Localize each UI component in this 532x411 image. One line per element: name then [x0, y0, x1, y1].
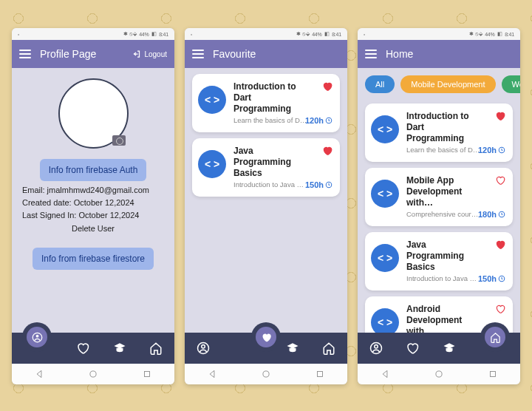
info-auth-button[interactable]: Info from firebase Auth [40, 159, 147, 181]
app-bar: Profile Page Logout [12, 40, 174, 68]
favourite-button[interactable] [495, 175, 505, 188]
code-icon: < > [371, 244, 399, 272]
hours-label: 120h [478, 146, 505, 154]
back-button[interactable] [380, 369, 390, 379]
home-button[interactable] [434, 369, 444, 379]
course-card[interactable]: < > Introduction to Dart Programming Lea… [192, 74, 340, 132]
email-label: Email: jmalmhmwd240@gmail.com [22, 186, 164, 194]
hours-label: 120h [305, 116, 332, 125]
bottom-nav [12, 333, 174, 364]
course-card[interactable]: < > Mobile App Development with… Compreh… [365, 168, 513, 226]
bottom-nav [185, 333, 347, 364]
clock-icon [325, 117, 332, 124]
page-title: Profile Page [40, 48, 123, 60]
heart-icon [261, 332, 272, 343]
camera-icon[interactable] [112, 135, 126, 146]
code-icon: < > [371, 180, 399, 208]
nav-profile-button[interactable] [369, 342, 383, 355]
system-nav [185, 364, 347, 384]
clock-icon [498, 211, 505, 218]
clock-icon [498, 146, 505, 154]
nav-fav-button[interactable] [256, 327, 276, 347]
nav-courses-button[interactable] [443, 342, 456, 355]
nav-fav-button[interactable] [406, 342, 419, 355]
nav-profile-button[interactable] [197, 342, 210, 355]
chip-web-dev[interactable]: Web Dev [502, 75, 520, 93]
code-icon: < > [371, 115, 399, 143]
user-circle-icon [32, 332, 43, 343]
svg-rect-9 [318, 372, 323, 377]
nav-courses-button[interactable] [286, 342, 299, 355]
heart-icon [495, 304, 505, 314]
home-button[interactable] [88, 369, 98, 379]
card-desc: Learn the basics of Dart programming lan… [406, 146, 480, 154]
heart-icon [406, 342, 419, 355]
status-bar: ▫ ✱ ⦸ ⬙ 44% ▮▯ 8:41 [185, 28, 347, 40]
created-date-label: Created date: October 12,2024 [22, 198, 164, 207]
home-icon [149, 342, 163, 355]
logout-button[interactable]: Logout [132, 50, 167, 58]
status-bar: ▫ ✱ ⦸ ⬙ 44% ▮▯ 8:41 [12, 28, 174, 40]
graduation-cap-icon [443, 342, 456, 355]
menu-icon[interactable] [19, 50, 31, 58]
heart-icon [322, 81, 332, 92]
phone-profile: ▫ ✱ ⦸ ⬙ 44% ▮▯ 8:41 Profile Page Logout … [12, 28, 174, 384]
home-button[interactable] [261, 369, 271, 379]
course-card[interactable]: < > Java Programming Basics Introduction… [365, 232, 513, 291]
logout-icon [132, 50, 141, 58]
user-circle-icon [369, 342, 383, 355]
system-nav [358, 364, 520, 384]
favourite-button[interactable] [495, 304, 505, 317]
favourite-list: < > Introduction to Dart Programming Lea… [185, 68, 347, 333]
nav-profile-button[interactable] [27, 327, 47, 347]
svg-point-2 [90, 371, 96, 377]
phone-home: ▫ ✱ ⦸ ⬙ 44% ▮▯ 8:41 Home All Mobile Deve… [358, 28, 520, 384]
menu-icon[interactable] [365, 50, 377, 58]
info-firestore-button[interactable]: Info from firebase firestore [33, 248, 154, 270]
svg-point-7 [202, 345, 205, 349]
card-title: Java Programming Basics [233, 146, 307, 179]
hours-label: 150h [305, 180, 332, 189]
heart-icon [76, 342, 89, 355]
svg-rect-16 [491, 372, 496, 377]
avatar[interactable] [12, 68, 174, 154]
chip-all[interactable]: All [365, 75, 395, 93]
favourite-button[interactable] [495, 240, 505, 253]
heart-icon [495, 111, 505, 121]
svg-point-1 [35, 334, 38, 337]
clock-icon [498, 275, 505, 282]
code-icon: < > [371, 308, 399, 333]
back-button[interactable] [207, 369, 217, 379]
nav-home-button[interactable] [322, 342, 335, 355]
hours-label: 180h [478, 210, 505, 219]
code-icon: < > [198, 86, 226, 114]
nav-courses-button[interactable] [113, 342, 126, 355]
signed-in-label: Last Signed In: October 12,2024 [22, 211, 164, 220]
card-title: Introduction to Dart Programming [233, 81, 307, 115]
recents-button[interactable] [488, 369, 498, 379]
code-icon: < > [198, 150, 226, 178]
home-icon [322, 342, 335, 355]
course-card[interactable]: < > Introduction to Dart Programming Lea… [365, 103, 513, 162]
nav-fav-button[interactable] [76, 342, 89, 355]
home-icon [490, 332, 501, 343]
recents-button[interactable] [142, 369, 152, 379]
course-card[interactable]: < > Java Programming Basics Introduction… [192, 138, 340, 197]
course-list: < > Introduction to Dart Programming Lea… [358, 98, 520, 333]
delete-user-button[interactable]: Delete User [12, 224, 174, 233]
nav-home-button[interactable] [149, 342, 163, 355]
recents-button[interactable] [315, 369, 325, 379]
favourite-button[interactable] [322, 81, 332, 95]
menu-icon[interactable] [192, 50, 204, 58]
back-button[interactable] [34, 369, 44, 379]
page-title: Favourite [213, 48, 340, 60]
favourite-button[interactable] [322, 146, 332, 159]
nav-bump [22, 322, 52, 352]
nav-home-button[interactable] [485, 327, 505, 347]
logout-label: Logout [144, 50, 167, 58]
favourite-button[interactable] [495, 111, 505, 124]
chip-mobile-development[interactable]: Mobile Development [400, 75, 495, 93]
status-icons: ✱ ⦸ ⬙ [123, 31, 137, 37]
hours-label: 150h [478, 274, 505, 283]
card-desc: Learn the basics of Dart programming lan… [233, 116, 307, 125]
